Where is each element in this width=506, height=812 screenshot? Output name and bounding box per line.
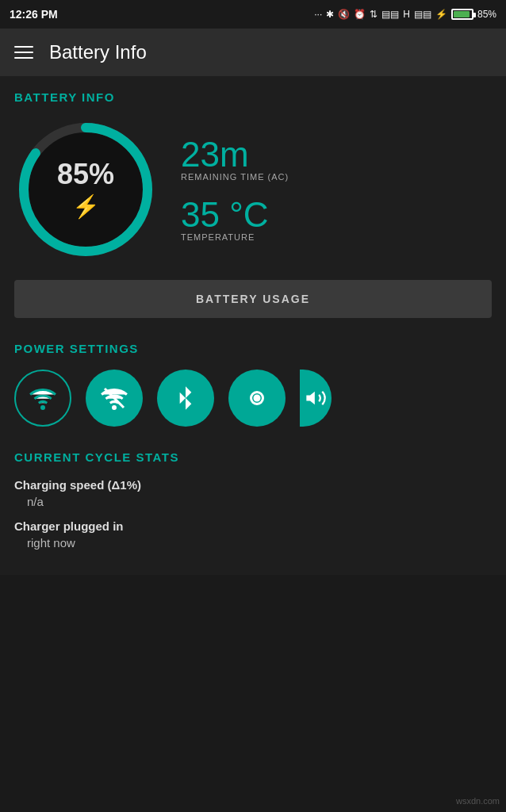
battery-usage-button[interactable]: BATTERY USAGE <box>14 280 492 318</box>
app-bar: Battery Info <box>0 29 506 76</box>
battery-stats: 23m REMAINING TIME (AC) 35 °C TEMPERATUR… <box>181 137 492 242</box>
battery-info-title: BATTERY INFO <box>14 90 492 104</box>
signal-dots-icon: ··· <box>314 9 322 20</box>
status-bar: 12:26 PM ··· ✱ 🔇 ⏰ ⇅ ▤▤ H ▤▤ ⚡ 85% <box>0 0 506 29</box>
cycle-stats-title: CURRENT CYCLE STATS <box>14 450 492 464</box>
wifi-outline-button[interactable] <box>14 370 71 427</box>
remaining-time-label: REMAINING TIME (AC) <box>181 172 492 182</box>
power-settings-title: POWER SETTINGS <box>14 342 492 355</box>
alarm-icon: ⏰ <box>354 9 366 20</box>
bluetooth-status-icon: ✱ <box>326 9 334 20</box>
network-type-icon: H <box>403 9 410 20</box>
main-content: BATTERY INFO 85% ⚡ 23m REMAINING TIME (A… <box>0 76 506 575</box>
wifi-filled-button[interactable] <box>86 370 143 427</box>
menu-button[interactable] <box>14 46 33 59</box>
brightness-button[interactable] <box>228 370 286 427</box>
watermark: wsxdn.com <box>456 796 500 806</box>
cycle-stats-section: CURRENT CYCLE STATS Charging speed (Δ1%)… <box>14 450 492 550</box>
charging-bolt-icon: ⚡ <box>57 193 114 220</box>
list-item: Charging speed (Δ1%) n/a <box>14 478 492 508</box>
svg-point-3 <box>113 407 116 409</box>
svg-marker-7 <box>306 392 315 404</box>
svg-point-2 <box>42 407 44 409</box>
charging-icon: ⚡ <box>435 9 447 20</box>
temperature-value: 35 °C <box>181 197 492 232</box>
battery-info-section: BATTERY INFO 85% ⚡ 23m REMAINING TIME (A… <box>14 90 492 318</box>
svg-point-5 <box>254 395 261 402</box>
volume-button[interactable] <box>300 370 332 427</box>
battery-display-row: 85% ⚡ 23m REMAINING TIME (AC) 35 °C TEMP… <box>14 118 492 261</box>
battery-circle: 85% ⚡ <box>14 118 157 261</box>
battery-circle-inner: 85% ⚡ <box>57 160 114 220</box>
status-time: 12:26 PM <box>10 8 58 21</box>
battery-indicator <box>451 9 473 20</box>
battery-percent-status: 85% <box>477 9 496 20</box>
sync-icon: ⇅ <box>370 9 378 20</box>
bluetooth-button[interactable] <box>157 370 214 427</box>
charging-speed-label: Charging speed (Δ1%) <box>14 478 492 492</box>
power-icons-row <box>14 370 492 427</box>
signal-icon: ▤▤ <box>381 9 399 20</box>
status-right: ··· ✱ 🔇 ⏰ ⇅ ▤▤ H ▤▤ ⚡ 85% <box>314 9 496 20</box>
mute-icon: 🔇 <box>338 9 350 20</box>
charger-plugged-label: Charger plugged in <box>14 519 492 533</box>
power-settings-section: POWER SETTINGS <box>14 342 492 427</box>
temperature-label: TEMPERATURE <box>181 232 492 242</box>
charger-plugged-value: right now <box>27 536 492 550</box>
charging-speed-value: n/a <box>27 495 492 508</box>
list-item: Charger plugged in right now <box>14 519 492 550</box>
remaining-time-value: 23m <box>181 137 492 172</box>
signal-bars-icon: ▤▤ <box>414 9 431 20</box>
battery-percentage: 85% <box>57 158 114 190</box>
app-title: Battery Info <box>49 41 147 63</box>
